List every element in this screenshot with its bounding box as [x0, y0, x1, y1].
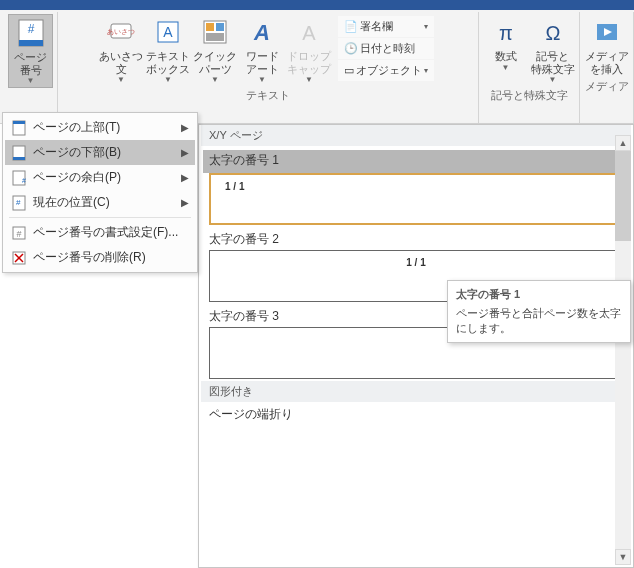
menu-remove-page-number[interactable]: ページ番号の削除(R): [5, 245, 195, 270]
scroll-thumb[interactable]: [615, 151, 631, 241]
wordart-icon: A: [246, 16, 278, 48]
textbox-button[interactable]: A テキスト ボックス▼: [146, 14, 191, 86]
menu-format-page-number[interactable]: # ページ番号の書式設定(F)...: [5, 220, 195, 245]
dropcap-icon: A: [293, 16, 325, 48]
signature-line-button[interactable]: 📄署名欄▾: [338, 16, 434, 37]
greeting-icon: あいさつ: [105, 16, 137, 48]
chevron-down-icon: ▼: [27, 76, 35, 85]
symbol-button[interactable]: Ω 記号と 特殊文字▼: [530, 14, 575, 86]
current-position-icon: #: [11, 195, 27, 211]
svg-text:#: #: [16, 198, 21, 207]
gallery-item-label: 太字の番号 1: [203, 150, 629, 173]
svg-text:A: A: [253, 20, 270, 45]
quickparts-button[interactable]: クイック パーツ▼: [193, 14, 238, 86]
object-icon: ▭: [344, 64, 354, 77]
page-number-label: ページ番号: [9, 51, 52, 76]
aisatsu-button[interactable]: あいさつ あいさつ文▼: [99, 14, 144, 86]
gallery-scrollbar[interactable]: ▲ ▼: [615, 135, 631, 565]
tooltip: 太字の番号 1 ページ番号と合計ページ数を太字にします。: [447, 280, 631, 343]
page-number-gallery: X/Y ページ 太字の番号 1 1 / 1 太字の番号 2 1 / 1 太字の番…: [198, 124, 634, 568]
gallery-section-shape: 図形付き: [201, 381, 631, 402]
chevron-right-icon: ▶: [181, 197, 189, 208]
symbol-icon: Ω: [537, 16, 569, 48]
page-number-menu: ページの上部(T)▶ ページの下部(B)▶ # ページの余白(P)▶ # 現在の…: [2, 112, 198, 273]
group-header-footer: # ページ番号 ▼: [4, 12, 58, 123]
format-icon: #: [11, 225, 27, 241]
svg-rect-10: [206, 33, 224, 41]
chevron-right-icon: ▶: [181, 147, 189, 158]
datetime-icon: 🕒: [344, 42, 358, 55]
page-margin-icon: #: [11, 170, 27, 186]
svg-text:#: #: [27, 22, 34, 36]
svg-text:A: A: [302, 22, 316, 44]
svg-rect-2: [19, 40, 43, 46]
svg-rect-20: [13, 157, 25, 160]
svg-text:#: #: [16, 229, 21, 239]
ribbon: # ページ番号 ▼ あいさつ あいさつ文▼ A テキスト ボックス▼ クイック …: [0, 10, 634, 124]
quickparts-icon: [199, 16, 231, 48]
gallery-item-label: 太字の番号 2: [209, 231, 623, 250]
menu-page-top[interactable]: ページの上部(T)▶: [5, 115, 195, 140]
tooltip-body: ページ番号と合計ページ数を太字にします。: [456, 306, 622, 336]
svg-text:あいさつ: あいさつ: [107, 28, 135, 36]
svg-rect-9: [216, 23, 224, 31]
datetime-button[interactable]: 🕒日付と時刻: [338, 38, 434, 59]
gallery-item-shape1[interactable]: ページの端折り: [201, 402, 631, 427]
svg-text:A: A: [163, 24, 173, 40]
equation-icon: π: [490, 16, 522, 48]
group-text: あいさつ あいさつ文▼ A テキスト ボックス▼ クイック パーツ▼ A ワード…: [58, 12, 479, 123]
chevron-right-icon: ▶: [181, 172, 189, 183]
remove-icon: [11, 250, 27, 266]
gallery-item-bold1[interactable]: 太字の番号 1 1 / 1: [201, 146, 631, 227]
page-number-icon: #: [15, 17, 47, 49]
menu-page-margin[interactable]: # ページの余白(P)▶: [5, 165, 195, 190]
menu-page-bottom[interactable]: ページの下部(B)▶: [5, 140, 195, 165]
scroll-down-icon[interactable]: ▼: [615, 549, 631, 565]
page-bottom-icon: [11, 145, 27, 161]
gallery-section-xy: X/Y ページ: [201, 125, 631, 146]
svg-text:#: #: [22, 177, 26, 184]
group-media-label: メディア: [585, 77, 629, 96]
menu-separator: [9, 217, 191, 218]
group-symbols: π 数式▼ Ω 記号と 特殊文字▼ 記号と特殊文字: [479, 12, 580, 123]
tooltip-title: 太字の番号 1: [456, 287, 622, 302]
svg-text:Ω: Ω: [545, 22, 560, 44]
group-symbols-label: 記号と特殊文字: [491, 86, 568, 105]
title-bar: [0, 0, 634, 10]
media-icon: [591, 16, 623, 48]
svg-rect-18: [13, 121, 25, 124]
page-number-button[interactable]: # ページ番号 ▼: [8, 14, 53, 88]
page-top-icon: [11, 120, 27, 136]
svg-text:π: π: [499, 22, 513, 44]
wordart-button[interactable]: A ワード アート▼: [240, 14, 285, 86]
object-button[interactable]: ▭オブジェクト▾: [338, 60, 434, 81]
media-button[interactable]: メディア を挿入: [584, 14, 629, 77]
menu-current-position[interactable]: # 現在の位置(C)▶: [5, 190, 195, 215]
scroll-up-icon[interactable]: ▲: [615, 135, 631, 151]
signature-icon: 📄: [344, 20, 358, 33]
gallery-item-label: ページの端折り: [209, 406, 623, 425]
textbox-icon: A: [152, 16, 184, 48]
dropcap-button: A ドロップ キャップ▼: [287, 14, 332, 86]
group-media: メディア を挿入 メディア: [580, 12, 634, 123]
equation-button[interactable]: π 数式▼: [483, 14, 528, 86]
svg-rect-8: [206, 23, 214, 31]
chevron-right-icon: ▶: [181, 122, 189, 133]
group-text-label: テキスト: [246, 86, 290, 105]
